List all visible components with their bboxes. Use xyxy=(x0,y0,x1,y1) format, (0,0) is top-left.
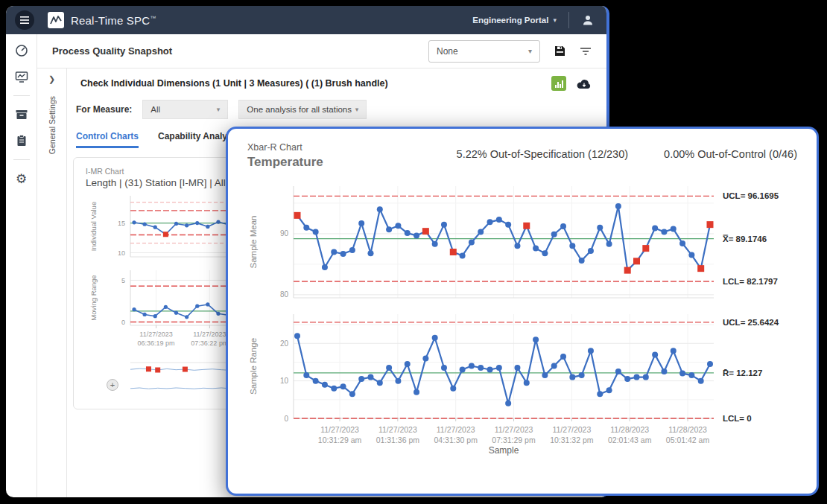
preset-select[interactable]: None ▾ xyxy=(428,40,540,63)
sidebar-divider xyxy=(13,95,30,96)
preset-select-value: None xyxy=(437,46,458,57)
measure-select[interactable]: All ▾ xyxy=(142,100,228,119)
chevron-down-icon: ▾ xyxy=(528,47,532,55)
analysis-mode-value: One analysis for all stations xyxy=(247,105,352,114)
out-of-spec-stat: 5.22% Out-of-Specification (12/230) xyxy=(457,148,629,170)
svg-text:11/27/202310:31:32 pm: 11/27/202310:31:32 pm xyxy=(550,425,594,444)
app-title: Real-Time SPC™ xyxy=(71,14,156,27)
svg-text:Sample Range: Sample Range xyxy=(249,338,258,395)
svg-text:0: 0 xyxy=(121,319,125,326)
clipboard-icon[interactable] xyxy=(14,133,29,148)
xbar-chart-type-label: Xbar-R Chart xyxy=(247,142,323,153)
svg-text:80: 80 xyxy=(280,290,289,299)
for-measure-label: For Measure: xyxy=(76,104,132,115)
analysis-panel-title: Check Individual Dimensions (1 Unit | 3 … xyxy=(80,78,388,89)
xbar-chart-title: Temperature xyxy=(247,155,323,170)
sample-mean-chart: Sample Mean8090UCL= 96.1695X̿= 89.1746LC… xyxy=(246,177,799,304)
svg-text:10: 10 xyxy=(280,377,289,385)
filter-icon[interactable] xyxy=(580,46,592,57)
svg-text:11/27/202304:31:30 pm: 11/27/202304:31:30 pm xyxy=(434,425,478,444)
xbar-r-chart-window: Xbar-R Chart Temperature 5.22% Out-of-Sp… xyxy=(226,127,819,496)
measure-select-value: All xyxy=(150,105,160,114)
dashboard-gauge-icon[interactable] xyxy=(14,43,29,58)
svg-text:X̿= 89.1746: X̿= 89.1746 xyxy=(723,235,767,243)
analysis-mode-select[interactable]: One analysis for all stations ▾ xyxy=(238,100,367,119)
svg-text:10: 10 xyxy=(118,249,125,257)
svg-text:11/28/202305:01:42 am: 11/28/202305:01:42 am xyxy=(666,425,710,444)
tab-control-charts[interactable]: Control Charts xyxy=(76,131,139,148)
svg-text:Sample Mean: Sample Mean xyxy=(249,216,258,269)
general-settings-label: General Settings xyxy=(48,96,57,154)
header-divider xyxy=(568,12,569,28)
save-icon[interactable] xyxy=(554,45,566,57)
out-of-control-stat: 0.00% Out-of-Control (0/46) xyxy=(664,148,797,170)
svg-text:11/27/202307:31:29 pm: 11/27/202307:31:29 pm xyxy=(492,425,536,444)
app-header: Real-Time SPC™ Engineering Portal ▾ xyxy=(6,6,606,34)
svg-text:Individual Value: Individual Value xyxy=(89,202,98,251)
page-title: Process Quality Snapshot xyxy=(52,45,172,57)
svg-text:LCL= 82.1797: LCL= 82.1797 xyxy=(723,277,778,286)
svg-text:15: 15 xyxy=(118,220,125,227)
app-logo-icon xyxy=(48,12,64,28)
portal-selector[interactable]: Engineering Portal xyxy=(472,16,548,25)
svg-text:R̄= 12.127: R̄= 12.127 xyxy=(723,369,762,377)
archive-box-icon[interactable] xyxy=(14,107,29,122)
expand-chevron-icon[interactable]: ❯ xyxy=(48,74,55,84)
svg-text:11/27/202310:31:29 am: 11/27/202310:31:29 am xyxy=(318,425,362,444)
svg-text:Moving Range: Moving Range xyxy=(89,275,98,320)
svg-text:11/27/202307:36:22 pm: 11/27/202307:36:22 pm xyxy=(191,331,228,347)
page-toolbar: Process Quality Snapshot None ▾ xyxy=(37,34,606,68)
modal-title-block: Xbar-R Chart Temperature xyxy=(247,142,323,170)
general-settings-strip: ❯ General Settings xyxy=(37,68,67,497)
chevron-down-icon: ▾ xyxy=(217,106,221,113)
chevron-down-icon: ▾ xyxy=(355,106,359,113)
hamburger-icon xyxy=(20,16,29,24)
navigator-zoom-button[interactable]: + xyxy=(107,379,118,391)
svg-text:11/28/202302:01:43 am: 11/28/202302:01:43 am xyxy=(608,425,652,444)
svg-text:LCL= 0: LCL= 0 xyxy=(723,414,752,423)
icon-sidebar: ⚙ xyxy=(6,34,37,497)
svg-text:0: 0 xyxy=(284,415,288,423)
user-account-icon[interactable] xyxy=(581,13,595,27)
cloud-download-icon[interactable] xyxy=(577,78,592,89)
svg-text:11/27/202301:31:36 pm: 11/27/202301:31:36 pm xyxy=(376,425,420,444)
chevron-down-icon: ▾ xyxy=(553,16,557,24)
monitor-chart-icon[interactable] xyxy=(14,69,29,84)
trademark: ™ xyxy=(150,15,156,22)
svg-text:5: 5 xyxy=(121,277,125,284)
sample-range-chart: Sample Range01020UCL= 25.6424R̄= 12.127L… xyxy=(246,307,799,462)
svg-text:UCL= 96.1695: UCL= 96.1695 xyxy=(723,191,779,200)
settings-gear-icon[interactable]: ⚙ xyxy=(14,171,29,186)
svg-text:20: 20 xyxy=(280,339,289,348)
hamburger-menu-button[interactable] xyxy=(15,10,34,30)
sidebar-divider xyxy=(13,159,30,160)
svg-text:11/27/202306:36:19 pm: 11/27/202306:36:19 pm xyxy=(137,331,174,347)
svg-text:90: 90 xyxy=(280,229,289,237)
svg-text:UCL= 25.6424: UCL= 25.6424 xyxy=(723,318,779,327)
svg-text:Sample: Sample xyxy=(489,445,519,456)
chart-view-button[interactable] xyxy=(551,76,566,91)
